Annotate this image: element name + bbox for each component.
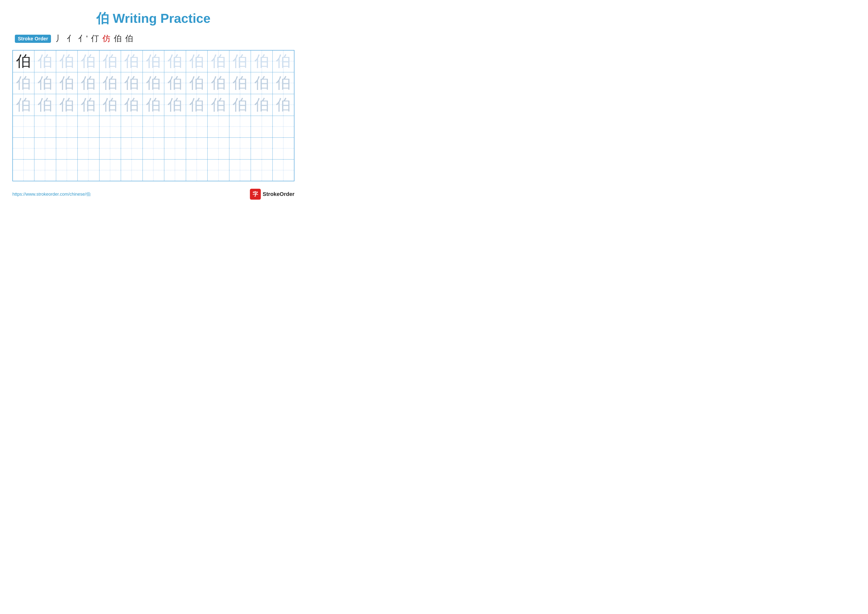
grid-cell-1-4: 伯 (78, 50, 99, 72)
grid-cell-6-11[interactable] (229, 159, 251, 181)
grid-cell-6-12[interactable] (251, 159, 273, 181)
grid-cell-1-3: 伯 (56, 50, 78, 72)
grid-cell-1-10: 伯 (208, 50, 229, 72)
grid-cell-1-12: 伯 (251, 50, 273, 72)
grid-cell-2-12: 伯 (251, 72, 273, 94)
char-guide: 伯 (232, 75, 248, 91)
page-title: 伯 Writing Practice (12, 10, 294, 27)
char-guide: 伯 (189, 75, 204, 91)
grid-cell-5-8[interactable] (164, 137, 186, 159)
char-guide: 伯 (124, 75, 139, 91)
grid-cell-2-5: 伯 (99, 72, 121, 94)
grid-cell-4-5[interactable] (99, 116, 121, 137)
grid-cell-2-4: 伯 (78, 72, 99, 94)
grid-cell-5-7[interactable] (143, 137, 164, 159)
char-guide: 伯 (276, 53, 291, 69)
grid-cell-4-6[interactable] (121, 116, 143, 137)
char-guide: 伯 (146, 53, 161, 69)
grid-cell-3-5: 伯 (99, 94, 121, 116)
char-guide: 伯 (37, 96, 53, 113)
grid-cell-5-12[interactable] (251, 137, 273, 159)
grid-cell-5-5[interactable] (99, 137, 121, 159)
grid-cell-4-13[interactable] (273, 116, 294, 137)
stroke-sequence: 丿 亻 亻' 仃 仿 伯 伯 (56, 33, 133, 44)
grid-cell-4-7[interactable] (143, 116, 164, 137)
grid-cell-2-10: 伯 (208, 72, 229, 94)
grid-cell-2-8: 伯 (164, 72, 186, 94)
char-guide: 伯 (37, 53, 53, 69)
grid-cell-5-10[interactable] (208, 137, 229, 159)
char-guide: 伯 (167, 75, 182, 91)
grid-cell-5-4[interactable] (78, 137, 99, 159)
grid-cell-1-11: 伯 (229, 50, 251, 72)
grid-cell-6-13[interactable] (273, 159, 294, 181)
logo-icon: 字 (250, 189, 261, 200)
stroke-order-row: Stroke Order 丿 亻 亻' 仃 仿 伯 伯 (15, 33, 294, 44)
grid-cell-5-13[interactable] (273, 137, 294, 159)
grid-cell-2-7: 伯 (143, 72, 164, 94)
grid-cell-6-9[interactable] (186, 159, 208, 181)
grid-cell-4-4[interactable] (78, 116, 99, 137)
char-guide: 伯 (16, 96, 31, 113)
grid-cell-5-9[interactable] (186, 137, 208, 159)
grid-cell-4-8[interactable] (164, 116, 186, 137)
stroke-1: 丿 (56, 33, 64, 44)
grid-cell-3-13: 伯 (273, 94, 294, 116)
char-guide: 伯 (103, 53, 118, 69)
grid-cell-3-10: 伯 (208, 94, 229, 116)
grid-cell-4-12[interactable] (251, 116, 273, 137)
grid-cell-5-11[interactable] (229, 137, 251, 159)
stroke-6: 伯 (114, 33, 122, 44)
grid-cell-5-3[interactable] (56, 137, 78, 159)
grid-cell-6-10[interactable] (208, 159, 229, 181)
char-display: 伯 (16, 53, 31, 69)
grid-cell-1-13: 伯 (273, 50, 294, 72)
stroke-5: 仿 (102, 33, 110, 44)
grid-cell-3-2: 伯 (34, 94, 56, 116)
practice-grid: 伯 伯 伯 伯 伯 伯 伯 伯 伯 伯 伯 伯 伯 伯 伯 伯 伯 伯 伯 伯 … (12, 50, 294, 181)
grid-cell-6-8[interactable] (164, 159, 186, 181)
grid-cell-6-7[interactable] (143, 159, 164, 181)
grid-cell-2-11: 伯 (229, 72, 251, 94)
grid-cell-4-11[interactable] (229, 116, 251, 137)
grid-cell-4-9[interactable] (186, 116, 208, 137)
char-guide: 伯 (103, 75, 118, 91)
grid-cell-3-7: 伯 (143, 94, 164, 116)
grid-cell-5-1[interactable] (12, 137, 34, 159)
logo-text: StrokeOrder (263, 191, 294, 197)
grid-cell-3-8: 伯 (164, 94, 186, 116)
grid-cell-6-1[interactable] (12, 159, 34, 181)
char-guide: 伯 (81, 96, 96, 113)
char-guide: 伯 (81, 75, 96, 91)
char-guide: 伯 (167, 96, 182, 113)
stroke-7: 伯 (125, 33, 133, 44)
grid-cell-6-3[interactable] (56, 159, 78, 181)
grid-cell-6-2[interactable] (34, 159, 56, 181)
stroke-3: 亻' (78, 33, 88, 44)
stroke-4: 仃 (91, 33, 99, 44)
footer-url[interactable]: https://www.strokeorder.com/chinese/伯 (12, 191, 91, 197)
grid-cell-4-1[interactable] (12, 116, 34, 137)
grid-cell-6-6[interactable] (121, 159, 143, 181)
grid-cell-3-4: 伯 (78, 94, 99, 116)
stroke-2: 亻 (67, 33, 75, 44)
char-guide: 伯 (254, 53, 269, 69)
grid-cell-4-2[interactable] (34, 116, 56, 137)
grid-cell-6-4[interactable] (78, 159, 99, 181)
char-guide: 伯 (16, 75, 31, 91)
grid-cell-6-5[interactable] (99, 159, 121, 181)
grid-cell-1-1: 伯 (12, 50, 34, 72)
char-guide: 伯 (167, 53, 182, 69)
grid-row-6 (12, 159, 294, 181)
grid-cell-1-5: 伯 (99, 50, 121, 72)
char-guide: 伯 (189, 53, 204, 69)
grid-cell-5-2[interactable] (34, 137, 56, 159)
char-guide: 伯 (146, 96, 161, 113)
grid-cell-5-6[interactable] (121, 137, 143, 159)
grid-cell-3-11: 伯 (229, 94, 251, 116)
footer: https://www.strokeorder.com/chinese/伯 字 … (12, 189, 294, 200)
char-guide: 伯 (211, 75, 226, 91)
grid-cell-4-3[interactable] (56, 116, 78, 137)
grid-cell-2-2: 伯 (34, 72, 56, 94)
grid-cell-4-10[interactable] (208, 116, 229, 137)
